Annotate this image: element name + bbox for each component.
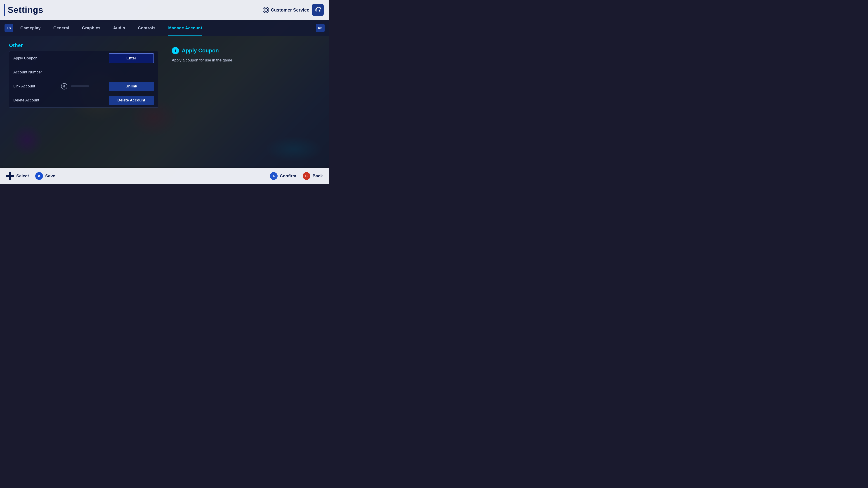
customer-service-icon — [263, 7, 269, 13]
save-action[interactable]: ✕ Save — [35, 172, 55, 180]
bottom-bar: Select ✕ Save A Confirm B Back — [0, 168, 329, 184]
enter-button[interactable]: Enter — [109, 53, 154, 63]
section-title: Other — [9, 42, 158, 48]
main-content: Other Apply Coupon Enter Account Number … — [0, 36, 329, 168]
headset-button[interactable] — [312, 4, 324, 16]
header-accent — [4, 4, 5, 16]
x-button-icon: ✕ — [35, 172, 43, 180]
linked-value — [71, 86, 89, 87]
tab-graphics[interactable]: Graphics — [76, 20, 107, 36]
xbox-icon: ⊛ — [61, 83, 67, 90]
back-label: Back — [313, 173, 323, 178]
link-account-label: Link Account — [13, 84, 57, 89]
header-right: Customer Service — [263, 4, 324, 16]
rb-button[interactable]: RB — [316, 24, 324, 32]
select-label: Select — [16, 173, 29, 178]
bottom-right-actions: A Confirm B Back — [270, 172, 323, 180]
info-icon: i — [172, 47, 179, 54]
confirm-action[interactable]: A Confirm — [270, 172, 296, 180]
customer-service-link[interactable]: Customer Service — [263, 7, 309, 13]
a-button-icon: A — [270, 172, 278, 180]
customer-service-label: Customer Service — [271, 7, 309, 13]
tab-manage-account[interactable]: Manage Account — [162, 20, 209, 36]
header: Settings Customer Service — [0, 0, 329, 20]
link-account-value-area: ⊛ — [61, 83, 105, 90]
header-left: Settings — [4, 4, 43, 16]
select-action[interactable]: Select — [6, 172, 29, 180]
tab-gameplay[interactable]: Gameplay — [14, 20, 47, 36]
delete-account-row: Delete Account Delete Account — [9, 93, 158, 107]
b-button-icon: B — [303, 172, 310, 180]
dpad-icon — [6, 172, 14, 180]
settings-table: Apply Coupon Enter Account Number Link A… — [9, 51, 158, 107]
unlink-button[interactable]: Unlink — [109, 82, 154, 91]
tab-audio[interactable]: Audio — [107, 20, 132, 36]
info-header: i Apply Coupon — [172, 47, 320, 54]
settings-panel: Other Apply Coupon Enter Account Number … — [9, 42, 158, 161]
info-panel: i Apply Coupon Apply a coupon for use in… — [167, 42, 320, 161]
account-number-label: Account Number — [13, 70, 150, 74]
confirm-label: Confirm — [280, 173, 296, 178]
delete-account-label: Delete Account — [13, 98, 105, 103]
nav-bar: LB Gameplay General Graphics Audio Contr… — [0, 20, 329, 36]
bottom-left-actions: Select ✕ Save — [6, 172, 55, 180]
tab-controls[interactable]: Controls — [131, 20, 162, 36]
delete-account-button[interactable]: Delete Account — [109, 96, 154, 105]
apply-coupon-label: Apply Coupon — [13, 56, 105, 61]
page-title: Settings — [8, 5, 43, 15]
lb-button[interactable]: LB — [4, 24, 13, 32]
tab-general[interactable]: General — [47, 20, 76, 36]
account-number-row: Account Number — [9, 65, 158, 79]
back-action[interactable]: B Back — [303, 172, 323, 180]
info-description: Apply a coupon for use in the game. — [172, 57, 320, 63]
link-account-row: Link Account ⊛ Unlink — [9, 79, 158, 93]
apply-coupon-row: Apply Coupon Enter — [9, 51, 158, 65]
info-title: Apply Coupon — [182, 47, 219, 54]
save-label: Save — [45, 173, 55, 178]
